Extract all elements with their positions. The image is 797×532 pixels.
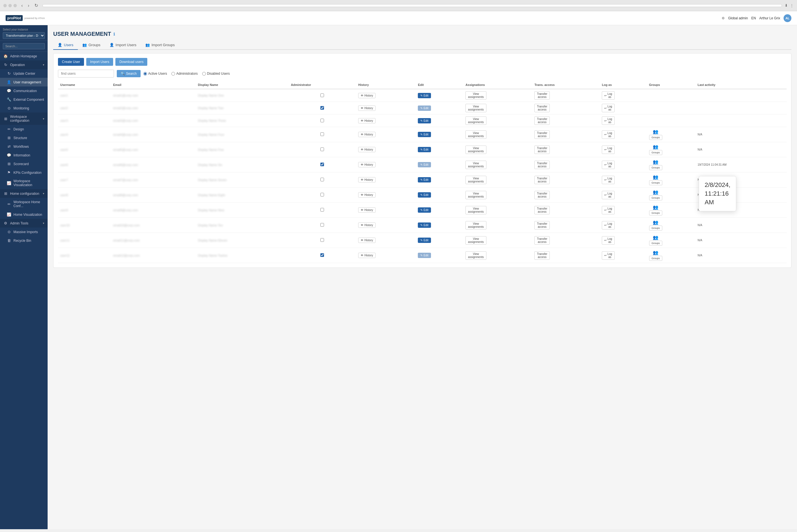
sidebar-item-monitoring[interactable]: ⊙ Monitoring — [0, 104, 48, 113]
sidebar-item-home-viz[interactable]: 📈 Home Visualization — [0, 210, 48, 219]
edit-button[interactable]: ✎ Edit — [418, 207, 431, 213]
sidebar-section-admin-tools[interactable]: ⚙ Admin Tools ▾ — [0, 219, 48, 228]
admin-checkbox[interactable] — [320, 253, 324, 257]
history-button[interactable]: 👁 History — [358, 177, 375, 183]
transfer-access-button[interactable]: Transferaccess — [534, 91, 550, 100]
log-as-button[interactable]: ↩ Logas — [602, 206, 615, 214]
filter-disabled-radio[interactable] — [202, 72, 206, 76]
admin-checkbox[interactable] — [320, 238, 324, 242]
groups-button[interactable]: Groups — [649, 241, 663, 246]
view-assignations-button[interactable]: Viewassignments — [465, 160, 486, 169]
search-button[interactable]: 🔍 Search — [117, 70, 141, 77]
log-as-button[interactable]: ↩ Logas — [602, 221, 615, 229]
transfer-access-button[interactable]: Transferaccess — [534, 146, 550, 154]
filter-admin-radio[interactable] — [171, 72, 175, 76]
tab-import-users[interactable]: 👤 Import Users — [105, 41, 141, 50]
view-assignations-button[interactable]: Viewassignments — [465, 206, 486, 214]
tab-users[interactable]: 👤 Users — [53, 41, 78, 50]
admin-checkbox[interactable] — [320, 132, 324, 136]
log-as-button[interactable]: ↩ Logas — [602, 91, 615, 100]
log-as-button[interactable]: ↩ Logas — [602, 116, 615, 125]
admin-checkbox[interactable] — [320, 106, 324, 110]
view-assignations-button[interactable]: Viewassignments — [465, 236, 486, 245]
history-button[interactable]: 👁 History — [358, 147, 375, 152]
view-assignations-button[interactable]: Viewassignments — [465, 130, 486, 139]
browser-forward-button[interactable]: › — [26, 2, 31, 9]
admin-checkbox[interactable] — [320, 208, 324, 212]
import-users-button[interactable]: Import Users — [86, 58, 113, 66]
history-button[interactable]: 👁 History — [358, 118, 375, 124]
groups-button[interactable]: Groups — [649, 180, 663, 185]
history-button[interactable]: 👁 History — [358, 223, 375, 228]
create-user-button[interactable]: Create User — [58, 58, 84, 66]
log-as-button[interactable]: ↩ Logas — [602, 104, 615, 112]
sidebar-item-information[interactable]: 💬 Information — [0, 151, 48, 159]
transfer-access-button[interactable]: Transferaccess — [534, 176, 550, 184]
download-users-button[interactable]: Download users — [115, 58, 147, 66]
filter-administrators[interactable]: Administrators — [171, 72, 198, 76]
groups-button[interactable]: Groups — [649, 135, 663, 140]
history-button[interactable]: 👁 History — [358, 162, 375, 167]
admin-checkbox[interactable] — [320, 119, 324, 122]
admin-checkbox[interactable] — [320, 193, 324, 196]
browser-refresh-button[interactable]: ↻ — [33, 2, 40, 9]
groups-button[interactable]: Groups — [649, 256, 663, 261]
sidebar-item-workflows[interactable]: ⇄ Workflows — [0, 142, 48, 151]
history-button[interactable]: 👁 History — [358, 192, 375, 197]
log-as-button[interactable]: ↩ Logas — [602, 160, 615, 169]
edit-button[interactable]: ✎ Edit — [418, 118, 431, 124]
log-as-button[interactable]: ↩ Logas — [602, 251, 615, 260]
filter-active-radio[interactable] — [143, 72, 147, 76]
sidebar-section-home-config[interactable]: ⊞ Home configuration ▾ — [0, 189, 48, 198]
admin-checkbox[interactable] — [320, 148, 324, 151]
log-as-button[interactable]: ↩ Logas — [602, 130, 615, 139]
filter-disabled-users[interactable]: Disabled Users — [202, 72, 230, 76]
edit-button[interactable]: ✎ Edit — [418, 177, 431, 183]
groups-button[interactable]: Groups — [649, 226, 663, 231]
page-info-icon[interactable]: ℹ — [113, 32, 115, 36]
sidebar-item-admin-homepage[interactable]: 🏠 Admin Homepage — [0, 52, 48, 60]
sidebar-item-recycle-bin[interactable]: 🗑 Recycle Bin — [0, 236, 48, 245]
edit-button[interactable]: ✎ Edit — [418, 162, 431, 167]
browser-back-button[interactable]: ‹ — [20, 2, 24, 9]
tab-import-groups[interactable]: 👥 Import Groups — [141, 41, 179, 50]
search-input[interactable] — [58, 70, 114, 77]
transfer-access-button[interactable]: Transferaccess — [534, 251, 550, 260]
edit-button[interactable]: ✎ Edit — [418, 132, 431, 137]
admin-checkbox[interactable] — [320, 223, 324, 227]
edit-button[interactable]: ✎ Edit — [418, 147, 431, 152]
sidebar-item-structure[interactable]: ⊞ Structure — [0, 133, 48, 142]
history-button[interactable]: 👁 History — [358, 238, 375, 243]
sidebar-item-scorecard[interactable]: ⊞ Scorecard — [0, 159, 48, 168]
groups-button[interactable]: Groups — [649, 165, 663, 170]
log-as-button[interactable]: ↩ Logas — [602, 146, 615, 154]
admin-checkbox[interactable] — [320, 163, 324, 166]
edit-button[interactable]: ✎ Edit — [418, 106, 431, 111]
edit-button[interactable]: ✎ Edit — [418, 253, 431, 258]
transfer-access-button[interactable]: Transferaccess — [534, 104, 550, 112]
filter-active-users[interactable]: Active Users — [143, 72, 167, 76]
history-button[interactable]: 👁 History — [358, 93, 375, 98]
sidebar-item-design[interactable]: ✏ Design — [0, 125, 48, 133]
admin-checkbox[interactable] — [320, 178, 324, 181]
edit-button[interactable]: ✎ Edit — [418, 93, 431, 98]
view-assignations-button[interactable]: Viewassignments — [465, 191, 486, 199]
instance-select[interactable]: Transformation plan - Demo — [3, 32, 45, 39]
history-button[interactable]: 👁 History — [358, 253, 375, 258]
sidebar-search-input[interactable] — [3, 43, 45, 49]
tab-groups[interactable]: 👥 Groups — [78, 41, 105, 50]
transfer-access-button[interactable]: Transferaccess — [534, 191, 550, 199]
groups-button[interactable]: Groups — [649, 210, 663, 215]
transfer-access-button[interactable]: Transferaccess — [534, 206, 550, 214]
transfer-access-button[interactable]: Transferaccess — [534, 130, 550, 139]
sidebar-item-workspace-home-conf[interactable]: ✏ Workspace Home Conf... — [0, 198, 48, 210]
view-assignations-button[interactable]: Viewassignments — [465, 104, 486, 112]
sidebar-item-update-center[interactable]: ↻ Update Center — [0, 69, 48, 78]
log-as-button[interactable]: ↩ Logas — [602, 191, 615, 199]
log-as-button[interactable]: ↩ Logas — [602, 176, 615, 184]
sidebar-item-user-management[interactable]: 👤 User management — [0, 78, 48, 87]
admin-checkbox[interactable] — [320, 93, 324, 97]
view-assignations-button[interactable]: Viewassignments — [465, 221, 486, 229]
view-assignations-button[interactable]: Viewassignments — [465, 176, 486, 184]
view-assignations-button[interactable]: Viewassignments — [465, 91, 486, 100]
